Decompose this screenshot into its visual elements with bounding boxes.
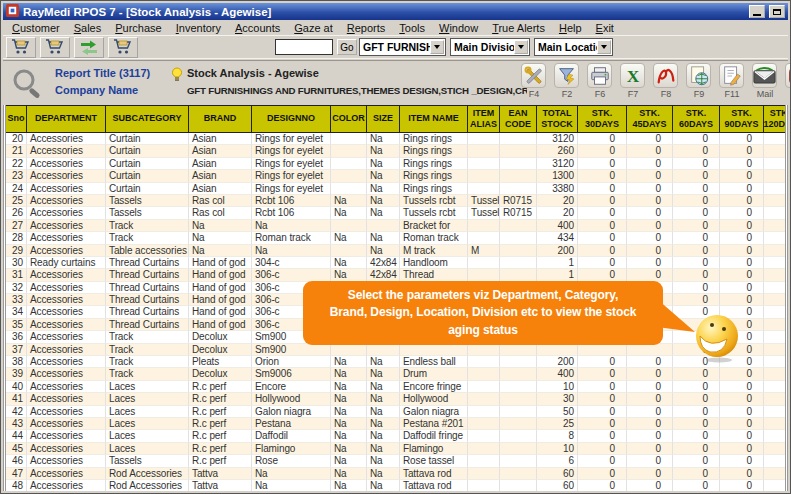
cell: 46 bbox=[6, 455, 27, 467]
stock-transfer-button[interactable] bbox=[74, 37, 104, 58]
table-row-24[interactable]: 24AccessoriesCurtainAsianRings for eyele… bbox=[6, 183, 785, 195]
menu-item-exit[interactable]: Exit bbox=[589, 21, 621, 35]
menu-item-true-alerts[interactable]: True Alerts bbox=[485, 21, 552, 35]
web-export-button[interactable]: F9 bbox=[686, 63, 712, 99]
cell: Pestana #201 bbox=[400, 418, 468, 430]
menu-item-inventory[interactable]: Inventory bbox=[169, 21, 228, 35]
cell: 42 bbox=[6, 406, 27, 418]
restore-button[interactable] bbox=[769, 5, 785, 18]
cell: Tattva bbox=[189, 480, 252, 491]
cell: Na bbox=[331, 368, 367, 380]
table-row-40[interactable]: 40AccessoriesLacesR.c perfEncoreNaNaEnco… bbox=[6, 381, 785, 393]
column-header-stk-30days[interactable]: STK. 30DAYS bbox=[578, 105, 627, 133]
table-row-20[interactable]: 20AccessoriesCurtainAsianRings for eyele… bbox=[6, 133, 785, 145]
cell: 0 bbox=[673, 480, 720, 491]
table-row-45[interactable]: 45AccessoriesLacesR.c perfFlamingoNaNaFl… bbox=[6, 443, 785, 455]
cell bbox=[331, 170, 367, 182]
cell: Ras col bbox=[189, 207, 252, 219]
column-header-stk-90days[interactable]: STK. 90DAYS bbox=[720, 105, 764, 133]
mail-button[interactable]: Mail bbox=[752, 63, 778, 99]
quick-search-input[interactable] bbox=[275, 39, 333, 55]
table-row-22[interactable]: 22AccessoriesCurtainAsianRings for eyele… bbox=[6, 158, 785, 170]
table-row-27[interactable]: 27AccessoriesTrackNaNaBracket for4000000 bbox=[6, 220, 785, 232]
menu-item-customer[interactable]: Customer bbox=[5, 21, 67, 35]
table-row-39[interactable]: 39AccessoriesTrackDecoluxSm9006NaNaDrum4… bbox=[6, 368, 785, 380]
fax-button[interactable]: Fax bbox=[785, 63, 791, 99]
cell: 0 bbox=[627, 257, 673, 269]
printer-icon bbox=[587, 63, 612, 88]
cell bbox=[500, 183, 537, 195]
table-row-30[interactable]: 30Ready curtainsThread CurtainsHand of g… bbox=[6, 257, 785, 269]
pdf-export-button[interactable]: F8 bbox=[653, 63, 679, 99]
cell bbox=[468, 480, 500, 491]
cell: Na bbox=[367, 393, 400, 405]
cell: Na bbox=[367, 418, 400, 430]
print-button[interactable]: F6 bbox=[587, 63, 613, 99]
edit-button[interactable]: F11 bbox=[719, 63, 745, 99]
returns-cart-button[interactable] bbox=[108, 37, 138, 58]
column-header-subcategory[interactable]: SUBCATEGORY bbox=[106, 105, 189, 133]
table-row-29[interactable]: 29AccessoriesTable accessoriesNaNaNaM tr… bbox=[6, 245, 785, 257]
column-header-color[interactable]: COLOR bbox=[331, 105, 367, 133]
column-header-designno[interactable]: DESIGNNO bbox=[252, 105, 331, 133]
table-row-48[interactable]: 48AccessoriesRod AccessoriesTattvaNaNaNa… bbox=[6, 480, 785, 491]
menu-item-gaze-at[interactable]: Gaze at bbox=[287, 21, 340, 35]
menu-item-tools[interactable]: Tools bbox=[392, 21, 432, 35]
cell bbox=[468, 220, 500, 232]
table-row-31[interactable]: 31AccessoriesThread CurtainsHand of god3… bbox=[6, 269, 785, 281]
cell: Rings for eyelet bbox=[252, 145, 331, 157]
table-row-44[interactable]: 44AccessoriesLacesR.c perfDaffodilNaNaDa… bbox=[6, 430, 785, 442]
filter-button[interactable]: F2 bbox=[554, 63, 580, 99]
table-row-28[interactable]: 28AccessoriesTrackNaRoman trackNaNaRoman… bbox=[6, 232, 785, 244]
cell bbox=[468, 430, 500, 442]
division-select-value: Main Division bbox=[451, 41, 514, 53]
cell: 0 bbox=[673, 257, 720, 269]
menu-item-reports[interactable]: Reports bbox=[340, 21, 393, 35]
division-select[interactable]: Main Division bbox=[450, 38, 530, 56]
cell bbox=[331, 220, 367, 232]
menu-item-accounts[interactable]: Accounts bbox=[228, 21, 287, 35]
cell: 400 bbox=[537, 220, 578, 232]
cell: Hand of god bbox=[189, 282, 252, 294]
table-row-46[interactable]: 46AccessoriesTasselsR.c perfRoseNaNaRose… bbox=[6, 455, 785, 467]
go-button[interactable]: Go bbox=[337, 39, 357, 55]
table-row-47[interactable]: 47AccessoriesRod AccessoriesTattvaNaNaNa… bbox=[6, 468, 785, 480]
table-row-25[interactable]: 25AccessoriesTasselsRas colRcbt 106NaNaT… bbox=[6, 195, 785, 207]
column-header-sno[interactable]: Sno bbox=[6, 105, 27, 133]
menu-item-sales[interactable]: Sales bbox=[67, 21, 109, 35]
excel-export-button[interactable]: XF7 bbox=[620, 63, 646, 99]
column-header-stk-120day[interactable]: STK. 120DAY bbox=[764, 105, 788, 133]
location-select[interactable]: Main Location bbox=[534, 38, 613, 56]
table-row-37[interactable]: 37AccessoriesTrackDecoluxSm90000 bbox=[6, 344, 785, 356]
column-header-brand[interactable]: BRAND bbox=[189, 105, 252, 133]
table-row-23[interactable]: 23AccessoriesCurtainAsianRings for eyele… bbox=[6, 170, 785, 182]
column-header-ean-code[interactable]: EAN CODE bbox=[500, 105, 537, 133]
column-header-size[interactable]: SIZE bbox=[367, 105, 400, 133]
filter-icon bbox=[554, 63, 579, 88]
minimize-button[interactable] bbox=[749, 5, 765, 18]
cell bbox=[764, 480, 788, 491]
cell: 0 bbox=[673, 368, 720, 380]
column-header-item-name[interactable]: ITEM NAME bbox=[400, 105, 468, 133]
menu-item-window[interactable]: Window bbox=[432, 21, 485, 35]
column-header-stk-45days[interactable]: STK. 45DAYS bbox=[627, 105, 673, 133]
column-header-department[interactable]: DEPARTMENT bbox=[27, 105, 106, 133]
menu-item-purchase[interactable]: Purchase bbox=[108, 21, 168, 35]
company-select[interactable]: GFT FURNISHINGS bbox=[359, 38, 446, 56]
table-row-38[interactable]: 38AccessoriesTrackPleatsOrionNaNaEndless… bbox=[6, 356, 785, 368]
column-header-stk-60days[interactable]: STK. 60DAYS bbox=[673, 105, 720, 133]
settings-button[interactable]: F4 bbox=[521, 63, 547, 99]
menu-item-help[interactable]: Help bbox=[552, 21, 589, 35]
cell: 0 bbox=[578, 145, 627, 157]
cell: Na bbox=[252, 220, 331, 232]
table-row-42[interactable]: 42AccessoriesLacesR.c perfGalon niagraNa… bbox=[6, 406, 785, 418]
column-header-item-alias[interactable]: ITEM ALIAS bbox=[468, 105, 500, 133]
column-header-total-stock[interactable]: TOTAL STOCK bbox=[537, 105, 578, 133]
table-row-21[interactable]: 21AccessoriesCurtainAsianRings for eyele… bbox=[6, 145, 785, 157]
cell bbox=[468, 368, 500, 380]
table-row-26[interactable]: 26AccessoriesTasselsRas colRcbt 106NaNaT… bbox=[6, 207, 785, 219]
purchase-cart-button[interactable] bbox=[40, 37, 70, 58]
sales-cart-button[interactable] bbox=[6, 37, 36, 58]
table-row-43[interactable]: 43AccessoriesLacesR.c perfPestanaNaNaPes… bbox=[6, 418, 785, 430]
table-row-41[interactable]: 41AccessoriesLacesR.c perfHollywoodNaNaH… bbox=[6, 393, 785, 405]
